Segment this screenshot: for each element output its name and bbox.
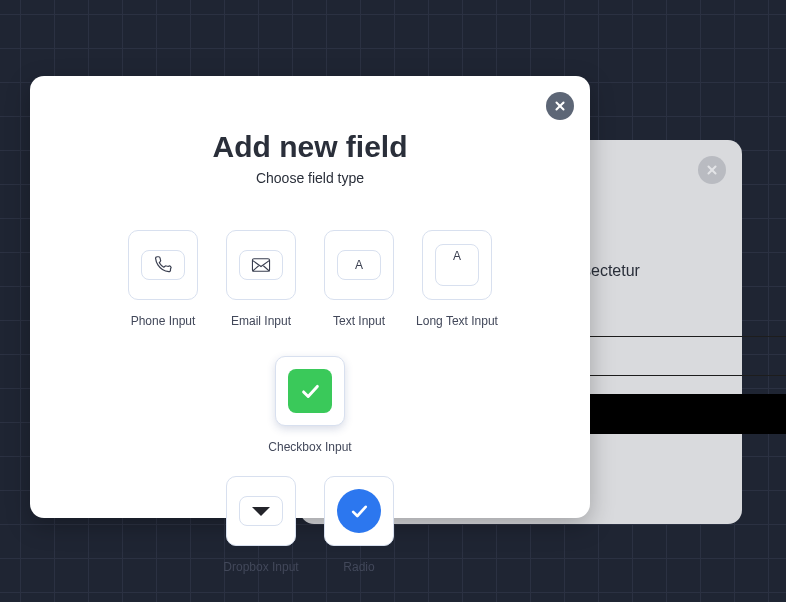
mail-icon — [251, 258, 271, 272]
field-type-label: Checkbox Input — [268, 440, 351, 454]
field-type-grid: Phone Input Email Input A Text — [30, 230, 590, 454]
chevron-down-icon — [252, 507, 270, 516]
phone-icon — [154, 256, 172, 274]
field-type-label: Radio — [343, 560, 374, 574]
field-type-long-text[interactable]: A Long Text Input — [422, 230, 492, 328]
close-icon — [554, 100, 566, 112]
close-icon — [706, 164, 718, 176]
field-type-checkbox[interactable]: Checkbox Input — [275, 356, 345, 454]
long-text-icon: A — [453, 249, 461, 263]
field-type-text[interactable]: A Text Input — [324, 230, 394, 328]
field-type-email[interactable]: Email Input — [226, 230, 296, 328]
field-type-label: Text Input — [333, 314, 385, 328]
field-type-label: Long Text Input — [416, 314, 498, 328]
background-close-button[interactable] — [698, 156, 726, 184]
field-type-label: Phone Input — [131, 314, 196, 328]
background-text: sectetur — [583, 262, 640, 280]
field-type-label: Dropbox Input — [223, 560, 298, 574]
modal-subtitle: Choose field type — [30, 170, 590, 186]
check-icon — [299, 380, 321, 402]
check-icon — [349, 501, 369, 521]
add-field-modal: Add new field Choose field type Phone In… — [30, 76, 590, 518]
field-type-dropbox[interactable]: Dropbox Input — [226, 476, 296, 574]
field-type-grid-row2: Dropbox Input Radio — [30, 476, 590, 574]
field-type-radio[interactable]: Radio — [324, 476, 394, 574]
text-icon: A — [355, 258, 363, 272]
modal-close-button[interactable] — [546, 92, 574, 120]
field-type-phone[interactable]: Phone Input — [128, 230, 198, 328]
field-type-label: Email Input — [231, 314, 291, 328]
modal-title: Add new field — [30, 130, 590, 164]
